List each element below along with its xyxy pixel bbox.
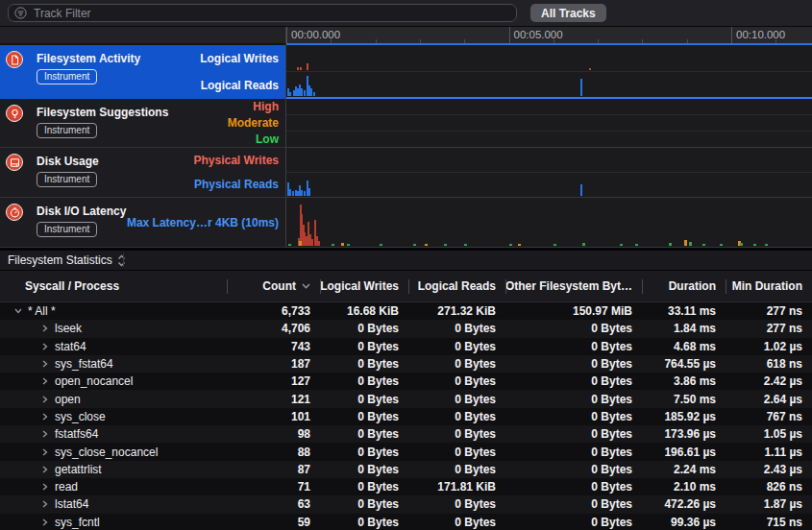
- track-row-filesystem-activity[interactable]: Filesystem ActivityInstrumentLogical Wri…: [0, 45, 812, 99]
- ruler-tick: [509, 27, 510, 43]
- value-cell: 715 ns: [726, 516, 812, 529]
- chart-bar: [380, 244, 382, 246]
- timeline-header-left: [0, 27, 286, 45]
- track-row-disk-usage[interactable]: Disk UsageInstrumentPhysical WritesPhysi…: [0, 148, 812, 198]
- value-cell: 0 Bytes: [505, 516, 642, 529]
- chart-bar: [301, 190, 303, 196]
- chart-bar: [301, 88, 303, 96]
- disclosure-closed-icon[interactable]: [39, 448, 50, 456]
- syscall-name-cell: getattrlist: [0, 463, 227, 476]
- disclosure-closed-icon[interactable]: [39, 413, 50, 421]
- value-cell: 0 Bytes: [320, 357, 408, 371]
- detail-panel-titlebar: Filesystem Statistics: [0, 251, 812, 271]
- disclosure-closed-icon[interactable]: [39, 343, 50, 350]
- all-tracks-button[interactable]: All Tracks: [530, 4, 606, 22]
- ruler-tick: [642, 39, 643, 43]
- chart-bar: [518, 244, 521, 246]
- value-cell: 0 Bytes: [505, 463, 642, 476]
- track-chart[interactable]: [286, 45, 812, 99]
- value-cell: 0 Bytes: [320, 410, 408, 423]
- value-cell: 121: [227, 393, 320, 406]
- track-filter-input[interactable]: [32, 6, 510, 21]
- chart-bar: [689, 242, 692, 246]
- chart-lane: [286, 198, 812, 247]
- disclosure-closed-icon[interactable]: [39, 325, 50, 332]
- disclosure-closed-icon[interactable]: [39, 500, 50, 508]
- syscall-name-cell: lstat64: [0, 497, 227, 511]
- disclosure-closed-icon[interactable]: [39, 360, 50, 368]
- updown-chevron-icon[interactable]: [117, 254, 126, 267]
- column-header-syscall-process[interactable]: Syscall / Process: [0, 271, 227, 301]
- detail-view-selector[interactable]: Filesystem Statistics: [8, 253, 112, 267]
- table-row-lstat64[interactable]: lstat64630 Bytes0 Bytes0 Bytes472.26 µs1…: [0, 495, 812, 513]
- disclosure-closed-icon[interactable]: [39, 396, 50, 403]
- value-cell: 0 Bytes: [408, 463, 505, 476]
- table-row-sys-fcntl[interactable]: sys_fcntl590 Bytes0 Bytes0 Bytes99.36 µs…: [0, 514, 812, 530]
- chart-bar: [304, 90, 306, 96]
- track-filter-field[interactable]: [8, 4, 517, 22]
- table-row-fstatfs64[interactable]: fstatfs64980 Bytes0 Bytes0 Bytes173.96 µ…: [0, 425, 812, 443]
- chart-bar: [297, 67, 299, 70]
- table-row-All[interactable]: * All *6,73316.68 KiB271.32 KiB150.97 Mi…: [0, 302, 812, 320]
- track-list: Filesystem ActivityInstrumentLogical Wri…: [0, 45, 812, 248]
- value-cell: 0 Bytes: [408, 393, 505, 406]
- value-cell: 6,733: [227, 304, 320, 318]
- syscall-name: sys_fcntl: [55, 516, 100, 529]
- disclosure-closed-icon[interactable]: [39, 430, 50, 438]
- column-header-count[interactable]: Count: [227, 271, 320, 301]
- table-row-open-nocancel[interactable]: open_nocancel1270 Bytes0 Bytes0 Bytes3.8…: [0, 373, 812, 390]
- column-header-min-duration[interactable]: Min Duration: [726, 271, 812, 301]
- chart-bar: [413, 244, 416, 246]
- track-chart[interactable]: [286, 148, 812, 198]
- column-header-logical-reads[interactable]: Logical Reads: [408, 271, 505, 301]
- chart-bar: [464, 244, 467, 246]
- column-divider: [642, 279, 643, 294]
- chart-bar: [740, 243, 743, 246]
- table-row-sys-close-nocancel[interactable]: sys_close_nocancel880 Bytes0 Bytes0 Byte…: [0, 443, 812, 460]
- value-cell: 0 Bytes: [408, 446, 505, 459]
- track-sidebar-cell[interactable]: Filesystem SuggestionsInstrumentHighMode…: [0, 99, 286, 148]
- table-row-lseek[interactable]: lseek4,7060 Bytes0 Bytes0 Bytes1.84 ms27…: [0, 320, 812, 337]
- track-sidebar-cell[interactable]: Filesystem ActivityInstrumentLogical Wri…: [0, 45, 286, 99]
- column-header-other-filesystem-byt-[interactable]: Other Filesystem Byt…: [505, 271, 642, 301]
- table-row-read[interactable]: read710 Bytes171.81 KiB0 Bytes2.10 ms826…: [0, 478, 812, 495]
- disclosure-closed-icon[interactable]: [39, 518, 50, 526]
- table-row-stat64[interactable]: stat647430 Bytes0 Bytes0 Bytes4.68 ms1.0…: [0, 338, 812, 355]
- track-sidebar-cell[interactable]: Disk UsageInstrumentPhysical WritesPhysi…: [0, 148, 286, 198]
- table-row-getattrlist[interactable]: getattrlist870 Bytes0 Bytes0 Bytes2.24 m…: [0, 461, 812, 478]
- track-chart[interactable]: [286, 198, 812, 248]
- disclosure-closed-icon[interactable]: [39, 377, 50, 385]
- syscall-name-cell: sys_close: [0, 410, 227, 423]
- table-row-sys-fstat64[interactable]: sys_fstat641870 Bytes0 Bytes0 Bytes764.5…: [0, 355, 812, 373]
- lane-label: Max Latency…r 4KB (10ms): [127, 198, 279, 247]
- chart-bar: [589, 68, 591, 70]
- timeline-ruler[interactable]: 00:00.00000:05.00000:10.000: [286, 27, 812, 45]
- table-row-open[interactable]: open1210 Bytes0 Bytes0 Bytes7.50 ms2.64 …: [0, 390, 812, 407]
- chart-bar: [311, 239, 313, 246]
- disclosure-closed-icon[interactable]: [39, 466, 50, 473]
- lane-labels: Logical WritesLogical Reads: [200, 45, 279, 99]
- chart-bar: [300, 67, 302, 70]
- value-cell: 171.81 KiB: [408, 480, 505, 494]
- disclosure-open-icon[interactable]: [12, 308, 23, 314]
- column-header-duration[interactable]: Duration: [642, 271, 726, 301]
- track-row-filesystem-suggestions[interactable]: Filesystem SuggestionsInstrumentHighMode…: [0, 99, 812, 148]
- filesystem-activity-icon: [6, 51, 23, 68]
- column-header-logical-writes[interactable]: Logical Writes: [320, 271, 408, 301]
- table-row-sys-close[interactable]: sys_close1010 Bytes0 Bytes0 Bytes185.92 …: [0, 408, 812, 425]
- value-cell: 0 Bytes: [505, 357, 642, 371]
- instruments-window: All Tracks 00:00.00000:05.00000:10.000 F…: [0, 0, 812, 530]
- chart-bar: [635, 244, 638, 246]
- value-cell: 0 Bytes: [320, 446, 408, 459]
- chart-bar: [289, 189, 291, 196]
- chart-bar: [307, 63, 308, 69]
- syscall-name: lseek: [55, 322, 82, 335]
- value-cell: 764.55 µs: [642, 357, 726, 371]
- track-chart[interactable]: [286, 99, 812, 148]
- value-cell: 271.32 KiB: [408, 304, 505, 318]
- track-sidebar-cell[interactable]: Disk I/O LatencyInstrumentMax Latency…r …: [0, 198, 286, 248]
- track-row-disk-i-o-latency[interactable]: Disk I/O LatencyInstrumentMax Latency…r …: [0, 198, 812, 248]
- disclosure-closed-icon[interactable]: [39, 483, 50, 491]
- chart-lane: [286, 99, 812, 115]
- value-cell: 767 ns: [726, 410, 812, 423]
